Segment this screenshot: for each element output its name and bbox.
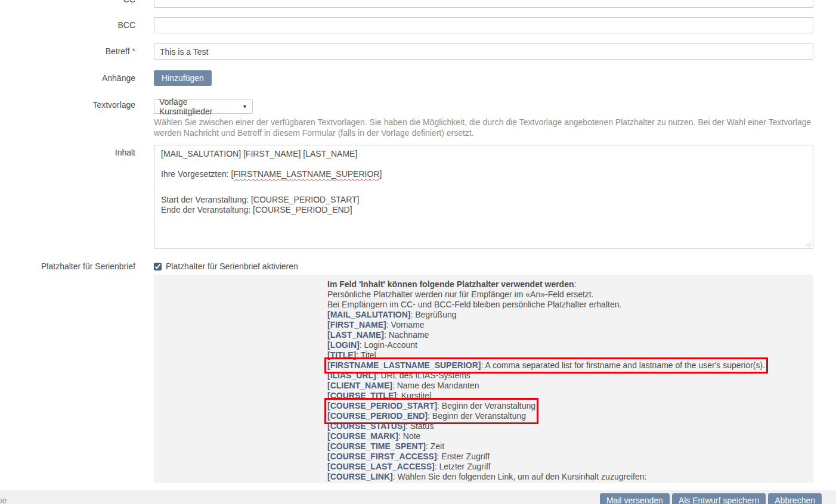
bcc-row: BCC bbox=[0, 17, 836, 33]
bcc-label: BCC bbox=[0, 17, 135, 30]
placeholder-item: [FIRST_NAME]: Vorname bbox=[327, 320, 807, 330]
placeholder-item: [COURSE_MARK]: Note bbox=[327, 431, 807, 441]
serial-letter-checkbox-label: Platzhalter für Serienbrief aktivieren bbox=[166, 262, 298, 271]
content-line: Ende der Veranstaltung: [COURSE_PERIOD_E… bbox=[161, 205, 806, 215]
bcc-input[interactable] bbox=[154, 17, 813, 33]
cancel-button[interactable]: Abbrechen bbox=[768, 493, 822, 504]
template-select-value: Vorlage Kursmitglieder bbox=[159, 97, 237, 116]
placeholder-item: [LAST_NAME]: Nachname bbox=[327, 330, 807, 340]
subject-input[interactable] bbox=[154, 43, 813, 60]
chevron-down-icon: ▼ bbox=[242, 104, 247, 110]
placeholder-item-highlighted: [FIRSTNAME_LASTNAME_SUPERIOR]: A comma s… bbox=[327, 360, 765, 371]
required-asterisk: * bbox=[132, 46, 135, 56]
cc-row: CC bbox=[0, 0, 836, 8]
template-label: Textvorlage bbox=[0, 97, 135, 110]
placeholder-note: Persönliche Platzhalter werden nur für E… bbox=[327, 290, 807, 300]
placeholder-item: [COURSE_TITLE]: Kurstitel bbox=[327, 391, 807, 401]
subject-label: Betreff * bbox=[0, 43, 135, 56]
serial-letter-row: Platzhalter für Serienbrief Platzhalter … bbox=[0, 259, 836, 483]
placeholder-item: [COURSE_TIME_SPENT]: Zeit bbox=[327, 441, 807, 452]
placeholder-item: [MAIL_SALUTATION]: Begrüßung bbox=[327, 310, 807, 320]
attachments-row: Anhänge Hinzufügen bbox=[0, 70, 836, 86]
placeholder-item: [CLIENT_NAME]: Name des Mandanten bbox=[327, 381, 807, 391]
content-line: [MAIL_SALUTATION] [FIRST_NAME] [LAST_NAM… bbox=[161, 149, 806, 159]
serial-letter-label: Platzhalter für Serienbrief bbox=[0, 259, 135, 271]
save-draft-button[interactable]: Als Entwurf speichern bbox=[672, 493, 766, 504]
template-row: Textvorlage Vorlage Kursmitglieder ▼ Wäh… bbox=[0, 97, 836, 138]
cc-input[interactable] bbox=[154, 0, 813, 8]
footer-toolbar: be Mail versenden Als Entwurf speichern … bbox=[0, 490, 836, 504]
content-label: Inhalt bbox=[0, 145, 135, 157]
placeholder-item-highlighted: [COURSE_PERIOD_START]: Beginn der Verans… bbox=[327, 401, 535, 411]
placeholder-item: [ILIAS_URL]: URL des ILIAS-Systems bbox=[327, 371, 807, 381]
content-row: Inhalt [MAIL_SALUTATION] [FIRST_NAME] [L… bbox=[0, 145, 836, 249]
placeholder-note: Bei Empfängern im CC- und BCC-Feld bleib… bbox=[327, 300, 807, 310]
template-help-text: Wählen Sie zwischen einer der verfügbare… bbox=[154, 117, 813, 138]
add-attachment-button[interactable]: Hinzufügen bbox=[154, 70, 212, 86]
placeholder-item-highlighted: [COURSE_PERIOD_END]: Beginn der Veransta… bbox=[327, 411, 535, 421]
subject-row: Betreff * bbox=[0, 43, 836, 60]
attachments-label: Anhänge bbox=[0, 70, 135, 83]
content-line: Start der Veranstaltung: [COURSE_PERIOD_… bbox=[161, 195, 806, 205]
serial-letter-checkbox[interactable] bbox=[154, 263, 162, 270]
placeholder-item: [COURSE_FIRST_ACCESS]: Erster Zugriff bbox=[327, 452, 807, 462]
cc-label: CC bbox=[0, 0, 135, 4]
content-textarea[interactable]: [MAIL_SALUTATION] [FIRST_NAME] [LAST_NAM… bbox=[154, 145, 813, 249]
placeholder-item: [COURSE_STATUS]: Status bbox=[327, 421, 807, 431]
resize-handle[interactable] bbox=[805, 241, 812, 247]
misspelled-word: FIRSTNAME_LASTNAME_SUPERIOR bbox=[233, 169, 379, 179]
send-mail-button[interactable]: Mail versenden bbox=[600, 493, 670, 504]
content-line: Ihre Vorgesetzten: [FIRSTNAME_LASTNAME_S… bbox=[161, 169, 806, 179]
template-select[interactable]: Vorlage Kursmitglieder ▼ bbox=[154, 99, 253, 114]
placeholder-item: [COURSE_LAST_ACCESS]: Letzter Zugriff bbox=[327, 462, 807, 472]
placeholder-item: [TITLE]: Titel bbox=[327, 350, 807, 360]
placeholder-intro: Im Feld 'Inhalt' können folgende Platzha… bbox=[327, 279, 807, 290]
placeholder-item: [COURSE_LINK]: Wählen Sie den folgenden … bbox=[327, 472, 807, 482]
footer-left-text: be bbox=[0, 496, 7, 504]
placeholder-info-box: Im Feld 'Inhalt' können folgende Platzha… bbox=[154, 275, 813, 483]
placeholder-items-highlighted-group: [COURSE_PERIOD_START]: Beginn der Verans… bbox=[327, 401, 535, 421]
placeholder-item: [LOGIN]: Login-Account bbox=[327, 340, 807, 350]
mail-compose-form: CC BCC Betreff * Anhänge Hinzufügen Text… bbox=[0, 0, 836, 483]
